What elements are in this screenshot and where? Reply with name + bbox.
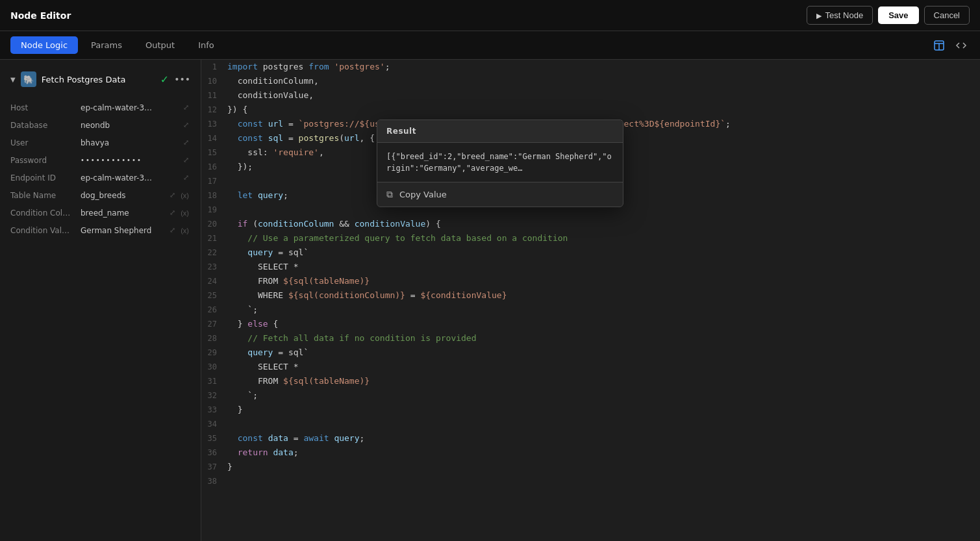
field-expand-button[interactable]: ⤢ [168,190,177,201]
code-line: 27 } else { [201,317,980,331]
save-button[interactable]: Save [878,6,918,24]
field-value: ep-calm-water-3… [81,103,177,112]
line-content: if (conditionColumn && conditionValue) { [227,217,980,231]
code-line: 12}) { [201,103,980,117]
line-number: 12 [201,103,227,117]
field-actions: ⤢ [182,120,190,131]
code-line: 23 SELECT * [201,260,980,274]
top-bar-actions: Test Node Save Cancel [807,6,970,25]
copy-value-action[interactable]: ⧉ Copy Value [377,182,623,207]
line-content: `; [227,388,980,403]
postgres-icon: 🐘 [21,71,36,87]
line-content: conditionColumn, [227,74,980,88]
line-number: 33 [201,403,227,417]
line-number: 17 [201,174,227,188]
line-content: }) { [227,103,980,117]
node-menu-icon[interactable]: ••• [174,74,190,84]
tab-node-logic[interactable]: Node Logic [10,36,78,54]
field-expand-button[interactable]: ⤢ [182,102,190,113]
code-line: 38 [201,474,980,488]
field-label: Endpoint ID [10,173,75,182]
code-line: 29 query = sql` [201,346,980,360]
code-panel: 1import postgres from 'postgres';10 cond… [201,60,980,541]
table-view-icon[interactable] [931,37,948,54]
line-number: 22 [201,245,227,260]
line-number: 18 [201,188,227,203]
field-value: dog_breeds [81,191,163,200]
app-title: Node Editor [10,10,71,21]
field-value: •••••••••••• [81,157,177,164]
fields-container: Hostep-calm-water-3…⤢Databaseneondb⤢User… [8,99,193,239]
field-row: Table Namedog_breeds⤢(x) [8,186,193,204]
code-line: 24 FROM ${sql(tableName)} [201,274,980,288]
field-clear-button[interactable]: (x) [179,208,190,218]
line-content: } [227,460,980,474]
line-number: 16 [201,160,227,174]
field-expand-button[interactable]: ⤢ [182,137,190,148]
line-number: 31 [201,374,227,388]
code-line: 21 // Use a parameterized query to fetch… [201,231,980,245]
line-number: 36 [201,446,227,460]
line-content: return data; [227,446,980,460]
field-expand-button[interactable]: ⤢ [168,207,177,218]
tab-info[interactable]: Info [188,36,225,54]
field-clear-button[interactable]: (x) [179,225,190,236]
code-line: 36 return data; [201,446,980,460]
field-label: Host [10,103,75,112]
play-icon [816,10,822,20]
code-line: 37} [201,460,980,474]
tab-params[interactable]: Params [81,36,132,54]
field-expand-button[interactable]: ⤢ [182,172,190,183]
field-actions: ⤢ [182,155,190,166]
field-label: Database [10,121,75,130]
line-content: conditionValue, [227,88,980,103]
field-actions: ⤢ [182,102,190,113]
cancel-button[interactable]: Cancel [924,6,970,25]
line-content: SELECT * [227,260,980,274]
field-expand-button[interactable]: ⤢ [168,225,177,236]
line-number: 19 [201,203,227,217]
field-label: Condition Col… [10,208,75,218]
tabs: Node Logic Params Output Info [10,36,225,54]
line-content: FROM ${sql(tableName)} [227,374,980,388]
line-content: import postgres from 'postgres'; [227,60,980,74]
line-content: const data = await query; [227,431,980,446]
field-clear-button[interactable]: (x) [179,190,190,201]
code-line: 1import postgres from 'postgres'; [201,60,980,74]
node-title: Fetch Postgres Data [42,75,155,84]
line-number: 29 [201,346,227,360]
field-expand-button[interactable]: ⤢ [182,155,190,166]
line-number: 24 [201,274,227,288]
field-row: Hostep-calm-water-3…⤢ [8,99,193,116]
code-line: 20 if (conditionColumn && conditionValue… [201,217,980,231]
copy-icon: ⧉ [386,189,393,200]
field-label: User [10,138,75,147]
tab-bar: Node Logic Params Output Info [0,31,980,60]
tab-output[interactable]: Output [135,36,185,54]
code-line: 34 [201,417,980,431]
line-content: WHERE ${sql(conditionColumn)} = ${condit… [227,288,980,303]
test-node-button[interactable]: Test Node [807,6,873,25]
code-line: 22 query = sql` [201,245,980,260]
code-line: 30 SELECT * [201,360,980,374]
field-row: Userbhavya⤢ [8,134,193,151]
collapse-icon[interactable]: ▼ [10,76,16,83]
line-content: SELECT * [227,360,980,374]
field-row: Condition Col…breed_name⤢(x) [8,204,193,221]
field-actions: ⤢(x) [168,190,190,201]
node-status-icon: ✓ [160,73,169,86]
line-number: 1 [201,60,227,74]
line-number: 21 [201,231,227,245]
field-actions: ⤢ [182,172,190,183]
line-number: 13 [201,117,227,131]
field-label: Table Name [10,191,75,200]
code-view-icon[interactable] [953,37,970,54]
field-row: Endpoint IDep-calm-water-3…⤢ [8,169,193,186]
line-content: // Use a parameterized query to fetch da… [227,231,980,245]
field-expand-button[interactable]: ⤢ [182,120,190,131]
line-number: 26 [201,303,227,317]
line-content: } [227,403,980,417]
line-number: 27 [201,317,227,331]
line-content: FROM ${sql(tableName)} [227,274,980,288]
line-number: 37 [201,460,227,474]
